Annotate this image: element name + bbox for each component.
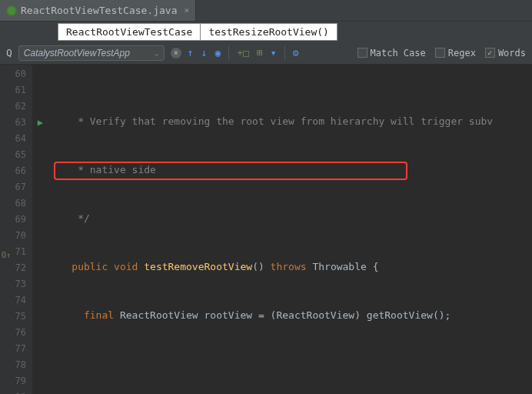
line-number[interactable]: 68	[0, 195, 32, 212]
breadcrumb-class[interactable]: ReactRootViewTestCase	[58, 23, 201, 41]
next-match-button[interactable]: ↓	[201, 47, 208, 58]
words-label: Words	[498, 48, 526, 58]
settings-icon[interactable]: ⚙	[293, 47, 299, 58]
close-icon[interactable]: ×	[185, 5, 190, 15]
line-number[interactable]: 72	[0, 260, 32, 276]
code-area[interactable]: * Verify that removing the root view fro…	[32, 65, 532, 394]
search-icon: Q	[6, 47, 12, 58]
line-number[interactable]: 79	[0, 373, 32, 389]
code-line: * Verify that removing the root view fro…	[48, 113, 532, 129]
clear-icon[interactable]: ×	[171, 48, 181, 58]
tab-bar: ReactRootViewTestCase.java ×	[0, 0, 532, 22]
line-number[interactable]: 69	[0, 212, 32, 228]
line-number[interactable]: 71O↑	[0, 244, 32, 260]
java-class-icon	[6, 5, 17, 16]
editor: 60 61 62 63▶ 64 65 66 67 68 69 70 71O↑ 7…	[0, 65, 532, 394]
line-number[interactable]: 62	[0, 98, 32, 115]
add-selection-button[interactable]: +□	[237, 47, 249, 58]
history-icon[interactable]: ⌄	[155, 48, 159, 57]
search-input-wrap[interactable]: ⌄	[18, 45, 165, 61]
code-line	[48, 356, 532, 372]
code-line: public void testRemoveRootView() throws …	[48, 259, 532, 275]
line-number[interactable]: 75	[0, 309, 32, 325]
line-number[interactable]: 66	[0, 163, 32, 179]
line-number[interactable]: 73	[0, 276, 32, 292]
select-occurrences-button[interactable]: ⊞	[257, 47, 263, 58]
override-icon[interactable]: O↑	[2, 247, 11, 256]
checkbox-icon	[435, 48, 445, 58]
match-case-label: Match Case	[371, 48, 426, 58]
breadcrumb: ReactRootViewTestCase testResizeRootView…	[0, 22, 532, 42]
line-number[interactable]: 70	[0, 228, 32, 244]
find-toolbar: ↑ ↓ ◉ +□ ⊞ ▾ ⚙	[188, 46, 299, 60]
words-check[interactable]: ✓ Words	[485, 48, 526, 58]
regex-label: Regex	[448, 48, 476, 58]
code-line: */	[48, 210, 532, 226]
separator	[228, 46, 229, 60]
line-number[interactable]: 64	[0, 131, 32, 147]
gutter: 60 61 62 63▶ 64 65 66 67 68 69 70 71O↑ 7…	[0, 65, 32, 394]
select-all-button[interactable]: ◉	[214, 47, 221, 58]
search-input[interactable]	[24, 48, 155, 58]
filter-button[interactable]: ▾	[271, 47, 277, 58]
editor-tab[interactable]: ReactRootViewTestCase.java ×	[0, 0, 196, 21]
line-number[interactable]: 65	[0, 147, 32, 163]
match-case-check[interactable]: Match Case	[357, 48, 426, 58]
regex-check[interactable]: Regex	[435, 48, 476, 58]
checkbox-icon: ✓	[485, 48, 495, 58]
line-number[interactable]: 77	[0, 341, 32, 357]
line-number[interactable]: 74	[0, 292, 32, 309]
line-number[interactable]: 60	[0, 66, 32, 82]
line-number[interactable]: 76	[0, 325, 32, 341]
breadcrumb-method[interactable]: testResizeRootView()	[200, 23, 337, 41]
tab-filename: ReactRootViewTestCase.java	[21, 5, 178, 16]
code-line: * native side	[48, 162, 532, 178]
line-number[interactable]: 67	[0, 179, 32, 195]
code-line: final ReactRootView rootView = (ReactRoo…	[48, 307, 532, 323]
find-bar: Q ⌄ × ↑ ↓ ◉ +□ ⊞ ▾ ⚙ Match Case Regex ✓ …	[0, 42, 532, 65]
line-number[interactable]: 61	[0, 82, 32, 98]
separator	[284, 46, 285, 60]
checkbox-icon	[357, 48, 367, 58]
prev-match-button[interactable]: ↑	[188, 47, 194, 58]
line-number[interactable]: 78	[0, 357, 32, 373]
line-number[interactable]: 63▶	[0, 115, 32, 131]
line-number[interactable]: 80	[0, 389, 32, 394]
